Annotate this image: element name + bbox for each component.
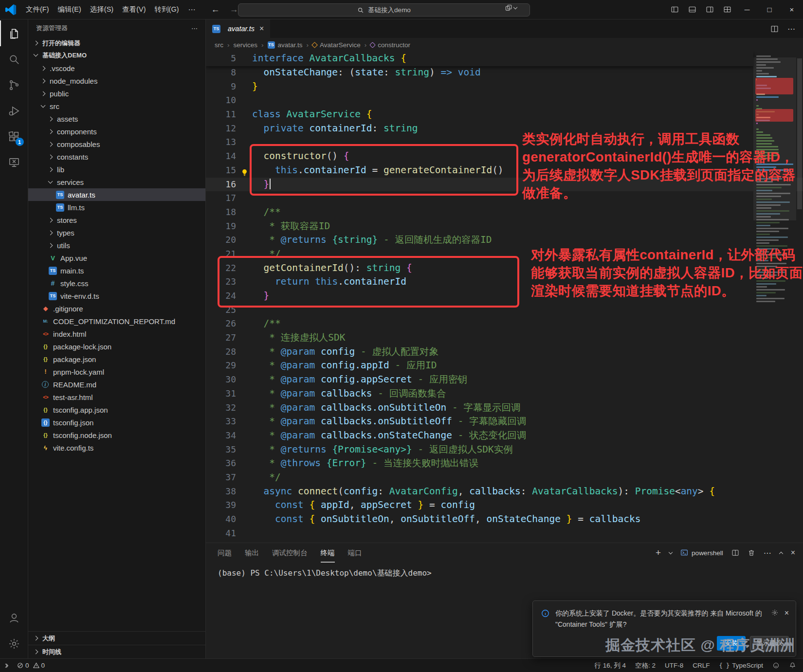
- code-line-26[interactable]: 26 /**: [206, 317, 803, 331]
- terminal-profile-chevron-icon[interactable]: [669, 550, 673, 554]
- line-number[interactable]: 19: [206, 219, 236, 234]
- line-number[interactable]: 29: [206, 359, 236, 373]
- tree-folder-services[interactable]: services: [28, 176, 205, 188]
- tree-folder-stores[interactable]: stores: [28, 214, 205, 226]
- code-line-19[interactable]: 19 * 获取容器ID: [206, 219, 803, 234]
- toggle-panel-icon[interactable]: [683, 0, 701, 19]
- settings-gear-icon[interactable]: [0, 631, 28, 656]
- chevron-right-icon[interactable]: [41, 78, 46, 83]
- line-number[interactable]: 16: [206, 178, 236, 192]
- tree-file-llm.ts[interactable]: TSllm.ts: [28, 201, 205, 214]
- tree-file-test-asr.html[interactable]: <>test-asr.html: [28, 391, 205, 403]
- chevron-right-icon[interactable]: [48, 230, 53, 235]
- menu-选择(S)[interactable]: 选择(S): [86, 3, 118, 16]
- line-number[interactable]: 14: [206, 149, 236, 163]
- problems-indicator[interactable]: 0 0: [17, 662, 45, 669]
- line-number[interactable]: 38: [206, 485, 236, 499]
- code-line-27[interactable]: 27 * 连接虚拟人SDK: [206, 331, 803, 345]
- chevron-right-icon[interactable]: [41, 66, 46, 71]
- language-mode[interactable]: { } TypeScript: [719, 662, 763, 669]
- chevron-down-icon[interactable]: [48, 179, 53, 183]
- line-number[interactable]: 36: [206, 456, 236, 471]
- line-number[interactable]: 39: [206, 498, 236, 512]
- line-number[interactable]: 12: [206, 122, 236, 136]
- line-number[interactable]: 8: [206, 66, 236, 80]
- command-center-search[interactable]: 基础接入demo: [238, 3, 530, 17]
- line-number[interactable]: 40: [206, 512, 236, 527]
- panel-tab-端口[interactable]: 端口: [348, 543, 362, 563]
- tree-folder-node_modules[interactable]: node_modules: [28, 74, 205, 87]
- tree-file-.gitignore[interactable]: ◆.gitignore: [28, 302, 205, 315]
- line-number[interactable]: 32: [206, 401, 236, 415]
- breadcrumb-services[interactable]: services: [234, 41, 258, 49]
- line-number[interactable]: 17: [206, 191, 236, 205]
- nav-forward-icon[interactable]: →: [229, 4, 238, 15]
- explorer-icon[interactable]: [0, 20, 28, 46]
- code-line-28[interactable]: 28 * @param config - 虚拟人配置对象: [206, 345, 803, 359]
- line-number[interactable]: 15: [206, 163, 236, 178]
- code-line-30[interactable]: 30 * @param config.appSecret - 应用密钥: [206, 373, 803, 387]
- split-terminal-icon[interactable]: [731, 549, 739, 557]
- tree-file-tsconfig.node.json[interactable]: {}tsconfig.node.json: [28, 429, 205, 441]
- open-editors-section[interactable]: 打开的编辑器: [28, 37, 205, 49]
- new-terminal-icon[interactable]: +: [656, 547, 661, 558]
- nav-back-icon[interactable]: ←: [211, 4, 219, 15]
- code-line-9[interactable]: 9}: [206, 80, 803, 94]
- code-line-32[interactable]: 32 * @param callbacks.onSubtitleOn - 字幕显…: [206, 401, 803, 415]
- eol-sequence[interactable]: CRLF: [693, 662, 710, 669]
- toggle-secondary-sidebar-icon[interactable]: [701, 0, 718, 19]
- tree-file-main.ts[interactable]: TSmain.ts: [28, 264, 205, 277]
- terminal-shell-item[interactable]: powershell: [680, 549, 723, 557]
- window-minimize-button[interactable]: ─: [736, 0, 758, 19]
- menu-文件(F)[interactable]: 文件(F): [21, 3, 54, 16]
- chevron-right-icon[interactable]: [41, 91, 46, 96]
- sticky-scroll-line[interactable]: 5interface AvatarCallbacks {: [206, 52, 753, 66]
- window-maximize-button[interactable]: □: [758, 0, 781, 19]
- tree-folder-composables[interactable]: composables: [28, 138, 205, 150]
- window-close-button[interactable]: ×: [781, 0, 803, 19]
- tree-file-App.vue[interactable]: VApp.vue: [28, 252, 205, 264]
- maximize-panel-icon[interactable]: [779, 552, 783, 556]
- tab-close-icon[interactable]: ×: [259, 24, 264, 33]
- breadcrumb-AvatarService[interactable]: AvatarService: [312, 41, 361, 49]
- code-line-8[interactable]: 8 onStateChange: (state: string) => void: [206, 66, 803, 80]
- line-number[interactable]: 13: [206, 135, 236, 149]
- code-line-36[interactable]: 36 * @throws {Error} - 当连接失败时抛出错误: [206, 456, 803, 471]
- panel-tab-调试控制台[interactable]: 调试控制台: [272, 543, 308, 563]
- line-number[interactable]: 33: [206, 415, 236, 429]
- toggle-sidebar-icon[interactable]: [666, 0, 683, 19]
- breadcrumb-src[interactable]: src: [215, 41, 223, 49]
- code-line-29[interactable]: 29 * @param config.appId - 应用ID: [206, 359, 803, 373]
- panel-tab-问题[interactable]: 问题: [218, 543, 232, 563]
- account-icon[interactable]: [0, 605, 28, 631]
- tree-file-README.md[interactable]: iREADME.md: [28, 378, 205, 391]
- line-number[interactable]: 35: [206, 443, 236, 457]
- close-panel-icon[interactable]: ×: [791, 548, 795, 557]
- code-line-18[interactable]: 18 /**: [206, 205, 803, 219]
- remote-indicator-icon[interactable]: [4, 662, 12, 670]
- tree-file-vite.config.ts[interactable]: ϟvite.config.ts: [28, 441, 205, 454]
- chevron-right-icon[interactable]: [48, 129, 53, 134]
- chevron-right-icon[interactable]: [48, 142, 53, 146]
- tree-folder-public[interactable]: public: [28, 87, 205, 100]
- chevron-right-icon[interactable]: [48, 243, 53, 248]
- line-number[interactable]: 9: [206, 80, 236, 94]
- profiles-icon[interactable]: [505, 4, 517, 12]
- tree-folder-lib[interactable]: lib: [28, 163, 205, 176]
- project-root-section[interactable]: 基础接入DEMO: [28, 49, 205, 61]
- line-number[interactable]: 18: [206, 205, 236, 219]
- chevron-right-icon[interactable]: [48, 154, 53, 159]
- notification-close-icon[interactable]: ×: [785, 609, 789, 618]
- tree-file-package.json[interactable]: {}package.json: [28, 353, 205, 365]
- code-line-37[interactable]: 37 */: [206, 471, 803, 485]
- customize-layout-icon[interactable]: [718, 0, 736, 19]
- code-line-40[interactable]: 40 const { onSubtitleOn, onSubtitleOff, …: [206, 512, 803, 527]
- search-icon[interactable]: [0, 46, 28, 72]
- panel-more-icon[interactable]: ⋯: [764, 548, 771, 558]
- notification-settings-gear-icon[interactable]: [771, 609, 779, 617]
- line-number[interactable]: 20: [206, 233, 236, 247]
- code-line-41[interactable]: 41: [206, 527, 803, 541]
- tree-file-package-lock.json[interactable]: {}package-lock.json: [28, 340, 205, 353]
- tab-avatar-ts[interactable]: TS avatar.ts ×: [206, 19, 270, 38]
- tree-file-vite-env.d.ts[interactable]: TSvite-env.d.ts: [28, 290, 205, 302]
